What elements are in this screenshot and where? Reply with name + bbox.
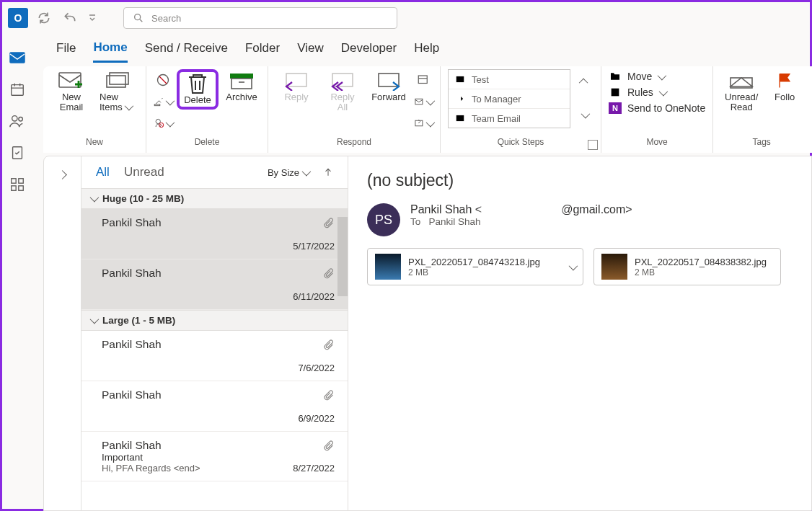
message-item[interactable]: Pankil Shah 6/11/2022 (81, 259, 348, 310)
reading-subject: (no subject) (367, 171, 793, 190)
archive-button[interactable]: Archive (223, 69, 260, 104)
svg-rect-23 (415, 99, 423, 105)
chevron-down-icon (302, 167, 309, 178)
group-label-new: New (86, 135, 103, 147)
chevron-right-icon (59, 169, 66, 510)
chevron-down-icon (125, 102, 131, 112)
quicksteps-more-icon[interactable] (575, 107, 593, 123)
message-item[interactable]: Pankil Shah Important Hi, PFA Regards <e… (81, 432, 348, 481)
attachment-thumbnail (375, 254, 401, 280)
tab-file[interactable]: File (56, 41, 76, 61)
folder-pane-toggle[interactable] (44, 156, 81, 510)
filter-all[interactable]: All (96, 165, 110, 179)
svg-rect-14 (154, 105, 160, 106)
svg-rect-9 (19, 186, 23, 190)
group-label-delete: Delete (195, 135, 220, 147)
tab-view[interactable]: View (297, 41, 324, 61)
rail-calendar-icon[interactable] (9, 81, 26, 98)
redacted-email (482, 205, 561, 215)
svg-rect-7 (19, 179, 23, 183)
attachment-icon (323, 338, 335, 351)
attachment-thumbnail (601, 254, 627, 280)
rail-tasks-icon[interactable] (9, 144, 26, 161)
svg-rect-2 (12, 85, 24, 96)
forward-button[interactable]: Forward (368, 69, 410, 104)
group-label-move: Move (646, 135, 667, 147)
chevron-down-icon (90, 315, 97, 326)
quickstep-test[interactable]: Test (449, 70, 570, 89)
tab-help[interactable]: Help (414, 41, 439, 61)
sender-line: Pankil Shah <@gmail.com> (410, 203, 632, 216)
chevron-down-icon (659, 86, 666, 98)
svg-point-0 (135, 14, 141, 20)
junk-icon[interactable] (154, 115, 172, 131)
outlook-app-icon: O (8, 8, 28, 28)
svg-rect-6 (12, 179, 16, 183)
attachment-icon (323, 439, 335, 452)
follow-up-button[interactable]: Follo (767, 69, 803, 104)
tab-folder[interactable]: Folder (245, 41, 280, 61)
svg-rect-8 (12, 186, 16, 190)
sort-button[interactable]: By Size (268, 167, 309, 178)
message-item[interactable]: Pankil Shah 7/6/2022 (81, 331, 348, 381)
attachment-card[interactable]: PXL_20220517_084838382.jpg 2 MB (593, 248, 781, 285)
group-label-respond: Respond (337, 135, 371, 147)
quick-steps-gallery[interactable]: Test To Manager Team Email (448, 69, 570, 128)
meeting-reply-icon[interactable] (414, 72, 433, 88)
more-respond-icon[interactable] (414, 115, 433, 131)
cleanup-icon[interactable] (154, 94, 172, 110)
unread-read-button[interactable]: Unread/ Read (720, 69, 762, 115)
sort-direction-icon[interactable] (323, 167, 333, 177)
quicksteps-dialog-launcher[interactable] (588, 140, 598, 150)
search-icon (133, 12, 144, 24)
message-item[interactable]: Pankil Shah 6/9/2022 (81, 381, 348, 432)
onenote-icon: N (609, 102, 622, 114)
svg-point-3 (12, 116, 17, 121)
quickstep-team-email[interactable]: Team Email (449, 108, 570, 128)
chevron-down-icon (426, 97, 433, 107)
move-button[interactable]: Move (609, 71, 705, 82)
tab-home[interactable]: Home (93, 40, 127, 63)
new-email-button[interactable]: New Email (50, 69, 92, 115)
filter-unread[interactable]: Unread (124, 165, 164, 179)
quicksteps-up-icon[interactable] (575, 74, 593, 89)
chevron-down-icon (166, 118, 172, 129)
tab-developer[interactable]: Developer (341, 41, 397, 61)
attachment-card[interactable]: PXL_20220517_084743218.jpg 2 MB (367, 248, 583, 285)
to-line: To Pankil Shah (410, 216, 632, 227)
scrollbar-thumb[interactable] (337, 217, 348, 296)
search-placeholder: Search (151, 13, 181, 24)
qat-customize-icon[interactable] (86, 12, 99, 25)
sender-avatar: PS (367, 203, 400, 236)
ignore-icon[interactable] (154, 72, 172, 88)
attachment-icon (323, 388, 335, 401)
rail-apps-icon[interactable] (9, 176, 26, 193)
chevron-down-icon (658, 71, 664, 82)
forward-attachment-icon[interactable] (414, 94, 433, 110)
attachment-icon (323, 267, 335, 280)
chevron-down-icon[interactable] (569, 262, 575, 272)
chevron-down-icon (426, 118, 433, 129)
group-header-large[interactable]: Large (1 - 5 MB) (81, 310, 348, 331)
message-item[interactable]: Pankil Shah 5/17/2022 (81, 209, 348, 259)
rail-people-icon[interactable] (9, 112, 26, 130)
reply-button[interactable]: Reply (275, 69, 317, 104)
svg-rect-27 (612, 89, 619, 97)
quickstep-to-manager[interactable]: To Manager (449, 89, 570, 108)
send-to-onenote-button[interactable]: N Send to OneNote (609, 102, 705, 114)
sync-icon[interactable] (34, 8, 54, 28)
reply-all-button[interactable]: Reply All (322, 69, 363, 115)
group-header-huge[interactable]: Huge (10 - 25 MB) (81, 188, 348, 209)
undo-icon[interactable] (60, 8, 80, 28)
rules-button[interactable]: Rules (609, 86, 705, 98)
svg-rect-18 (231, 79, 252, 89)
group-label-quick-steps: Quick Steps (498, 135, 544, 147)
chevron-down-icon (90, 193, 97, 204)
delete-button[interactable]: Delete (177, 69, 219, 110)
svg-rect-22 (418, 76, 427, 84)
tab-send-receive[interactable]: Send / Receive (145, 41, 228, 61)
rail-mail-icon[interactable] (9, 49, 26, 66)
new-items-button[interactable]: New Items (97, 69, 138, 115)
search-input[interactable]: Search (123, 7, 397, 29)
group-label-tags: Tags (753, 135, 771, 147)
